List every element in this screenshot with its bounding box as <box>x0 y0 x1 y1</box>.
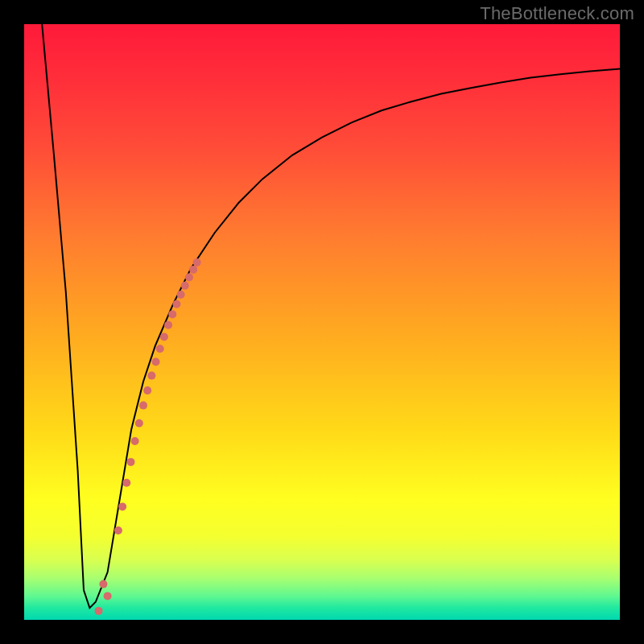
highlight-dot <box>168 310 176 318</box>
highlight-dot <box>164 321 172 329</box>
bottleneck-curve <box>42 24 620 608</box>
isolated-dot <box>99 580 107 588</box>
watermark-text: TheBottleneck.com <box>480 3 634 24</box>
highlight-dot <box>152 358 160 366</box>
highlight-dot <box>139 402 147 410</box>
highlight-segment <box>104 258 201 600</box>
isolated-dot <box>95 607 103 615</box>
highlight-dot <box>181 282 189 290</box>
highlight-dot <box>104 592 112 600</box>
highlight-dot <box>147 372 155 380</box>
highlight-dot <box>177 291 185 299</box>
highlight-dot <box>160 333 168 341</box>
highlight-dot <box>185 274 193 282</box>
highlight-dot <box>135 419 143 427</box>
highlight-dot <box>172 300 180 308</box>
highlight-dot <box>114 526 122 535</box>
highlight-dot <box>193 258 201 266</box>
chart-frame: TheBottleneck.com <box>0 0 644 644</box>
highlight-dot <box>118 502 126 510</box>
highlight-dot <box>189 266 197 274</box>
highlight-dot <box>126 458 134 466</box>
highlight-dot <box>143 386 151 394</box>
plot-area <box>24 24 620 620</box>
highlight-dot <box>131 437 139 445</box>
highlight-dot <box>156 345 164 353</box>
curve-layer <box>24 24 620 620</box>
highlight-dot <box>122 479 130 487</box>
